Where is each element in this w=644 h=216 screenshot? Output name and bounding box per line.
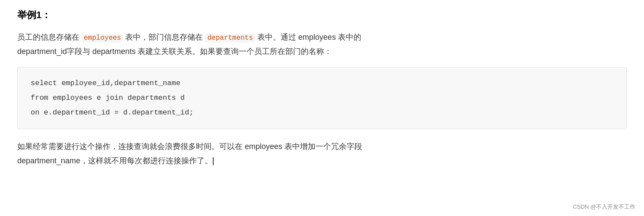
paragraph-1-line2: department_id字段与 departments 表建立关联关系。如果要… (17, 47, 332, 56)
text-before-employees: 员工的信息存储在 (17, 33, 82, 41)
paragraph-2: 如果经常需要进行这个操作，连接查询就会浪费很多时间。可以在 employees … (17, 140, 627, 168)
paragraph-2-line1: 如果经常需要进行这个操作，连接查询就会浪费很多时间。可以在 employees … (17, 142, 362, 151)
code-line-1: select employee_id,department_name (31, 76, 613, 91)
heading: 举例1： (17, 9, 627, 22)
code-line-3: on e.department_id = d.department_id; (31, 105, 613, 120)
employees-inline-code: employees (82, 34, 123, 42)
departments-inline-code: departments (205, 34, 255, 42)
text-cursor (213, 157, 214, 165)
code-block: select employee_id,department_name from … (17, 67, 627, 129)
text-between: 表中，部门信息存储在 (123, 33, 205, 41)
watermark: CSDN @不入开发不工作 (573, 203, 635, 211)
paragraph-1: 员工的信息存储在 employees 表中，部门信息存储在 department… (17, 30, 627, 58)
text-after-departments: 表中。通过 employees 表中的 (255, 33, 361, 41)
paragraph-2-line2: department_name，这样就不用每次都进行连接操作了。 (17, 156, 212, 165)
code-line-2: from employees e join departments d (31, 91, 613, 105)
